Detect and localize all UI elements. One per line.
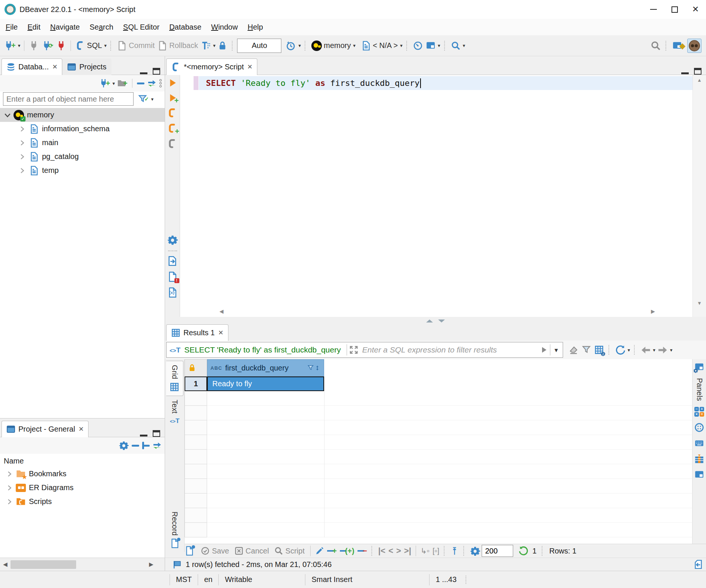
explain-plan-icon[interactable] (167, 139, 177, 149)
scroll-right-icon[interactable]: ▶ (146, 558, 156, 571)
sql-code-line[interactable]: SELECT 'Ready to fly' as first_duckdb_qu… (199, 76, 692, 90)
grid-corner-cell[interactable] (185, 359, 207, 376)
collapse-all-button[interactable] (131, 444, 140, 448)
menu-edit[interactable]: Edit (23, 19, 45, 35)
close-icon[interactable]: ✕ (78, 425, 84, 433)
reconnect-button[interactable]: ⟳ (41, 40, 54, 52)
execute-script-new-tab-icon[interactable]: + (167, 123, 177, 134)
empty-grid-row[interactable] (207, 523, 706, 537)
add-row-icon[interactable]: + (326, 546, 338, 556)
menu-sql-editor[interactable]: SQL Editor (118, 19, 164, 35)
menu-help[interactable]: Help (243, 19, 268, 35)
rollback-button[interactable]: Rollback (156, 40, 199, 52)
tab-sql-script[interactable]: *<memory> Script ✕ (166, 58, 257, 75)
tab-record-presentation[interactable]: Record (166, 508, 183, 552)
project-settings-gear-icon[interactable] (118, 440, 130, 452)
editor-settings-gear-icon[interactable] (167, 235, 178, 245)
next-result-icon[interactable] (656, 344, 669, 356)
minimize-view-icon[interactable] (681, 72, 689, 74)
tree-item-schema[interactable]: pg_catalog (0, 150, 165, 164)
fetch-all-icon[interactable]: ⭱ (449, 545, 460, 557)
first-row-icon[interactable]: |< (377, 545, 386, 557)
search-dropdown[interactable]: ▾ (463, 43, 466, 48)
dashboard-button[interactable] (412, 40, 424, 52)
empty-grid-row[interactable] (207, 391, 706, 406)
previous-dropdown[interactable]: ▾ (653, 347, 656, 353)
apply-filter-icon[interactable] (540, 346, 548, 354)
result-settings-gear-icon[interactable] (469, 545, 481, 557)
selected-cell[interactable]: Ready to fly (207, 376, 324, 391)
connection-dropdown[interactable]: ▾ (353, 43, 356, 48)
filter-expression-placeholder[interactable]: Enter a SQL expression to filter results (362, 345, 497, 354)
active-schema-selector[interactable]: < N/A > (360, 40, 399, 52)
empty-row-number-cell[interactable] (185, 450, 207, 464)
filter-settings-icon[interactable]: ✓ (137, 93, 150, 105)
maximize-button[interactable] (664, 2, 685, 17)
execute-new-tab-icon[interactable]: + (168, 93, 177, 103)
delete-row-icon[interactable]: − (356, 546, 368, 556)
empty-grid-row[interactable] (207, 450, 706, 464)
empty-row-number-cell[interactable] (185, 523, 207, 537)
close-icon[interactable]: ✕ (218, 329, 223, 337)
compare-dropdown[interactable]: ▾ (438, 43, 440, 48)
duplicate-row-icon[interactable]: (+) (339, 546, 356, 556)
clear-filter-eraser-icon[interactable] (568, 344, 580, 356)
project-item-er-diagrams[interactable]: ER Diagrams (0, 481, 165, 495)
nav-new-connection-button[interactable]: + (98, 78, 111, 89)
expand-filter-icon[interactable] (349, 345, 358, 354)
execute-script-icon[interactable] (167, 108, 177, 118)
expand-all-button[interactable] (141, 444, 151, 448)
timezone-indicator[interactable]: MST (170, 575, 198, 584)
menu-file[interactable]: File (1, 19, 23, 35)
search-metadata-button[interactable] (450, 40, 462, 52)
tab-database-navigator[interactable]: Databa... ✕ (2, 58, 62, 75)
grid-config-icon[interactable] (593, 344, 605, 356)
active-connection-selector[interactable]: memory (310, 39, 352, 52)
focus-cell-icon[interactable]: [▫] (431, 546, 440, 556)
empty-row-number-cell[interactable] (185, 479, 207, 494)
empty-row-number-cell[interactable] (185, 420, 207, 435)
new-connection-button[interactable]: + (3, 40, 17, 52)
writable-indicator[interactable]: Writable (219, 575, 305, 584)
new-folder-button[interactable]: + (116, 78, 129, 89)
editor-hscrollbar[interactable]: ◀ ▶ (199, 306, 692, 317)
previous-result-icon[interactable] (640, 344, 652, 356)
column-header-first-duckdb-query[interactable]: ABC first_duckdb_query (207, 359, 324, 376)
export-data-icon[interactable] (167, 256, 178, 266)
cursor-position-indicator[interactable]: 1 ...43 (430, 575, 463, 584)
execute-statement-icon[interactable] (168, 78, 177, 88)
empty-row-number-cell[interactable] (185, 508, 207, 523)
tree-item-schema[interactable]: temp (0, 164, 165, 177)
results-filter-box[interactable]: <>T SELECT 'Ready to fly' as first_duckd… (166, 342, 563, 358)
collapse-all-button[interactable] (136, 81, 146, 86)
refresh-results-icon[interactable] (614, 344, 626, 356)
menu-window[interactable]: Window (206, 19, 243, 35)
empty-grid-row[interactable] (207, 479, 706, 494)
next-dropdown[interactable]: ▾ (670, 347, 673, 353)
empty-grid-row[interactable] (207, 494, 706, 508)
tab-projects[interactable]: Projects (62, 58, 111, 75)
empty-grid-row[interactable] (207, 464, 706, 479)
grouping-panel-icon[interactable] (694, 454, 704, 464)
project-item-bookmarks[interactable]: ★ Bookmarks (0, 467, 165, 481)
panels-config-icon[interactable] (694, 362, 704, 372)
filter-dropdown[interactable]: ▾ (151, 96, 154, 102)
auto-refresh-icon[interactable] (518, 545, 530, 557)
close-icon[interactable]: ✕ (247, 63, 252, 71)
maximize-view-icon[interactable] (694, 68, 701, 75)
open-perspective-button[interactable]: ◆ (671, 40, 686, 52)
tab-grid-presentation[interactable]: Grid (166, 361, 183, 396)
left-panel-hscrollbar[interactable]: ◀ ▶ (0, 558, 165, 571)
minimize-button[interactable] (643, 2, 664, 17)
next-row-icon[interactable]: > (395, 545, 402, 557)
row-number-cell[interactable]: 1 (185, 376, 207, 391)
transaction-log-button[interactable] (284, 39, 297, 52)
edit-cell-icon[interactable] (314, 545, 325, 556)
nav-new-connection-dropdown[interactable]: ▾ (113, 81, 115, 86)
transaction-log-dropdown[interactable]: ▾ (298, 43, 301, 48)
editor-results-sash[interactable] (165, 317, 706, 325)
maximize-view-icon[interactable] (153, 68, 160, 75)
object-filter-input[interactable] (3, 92, 134, 106)
menu-search[interactable]: Search (85, 19, 118, 35)
empty-row-number-cell[interactable] (185, 435, 207, 450)
